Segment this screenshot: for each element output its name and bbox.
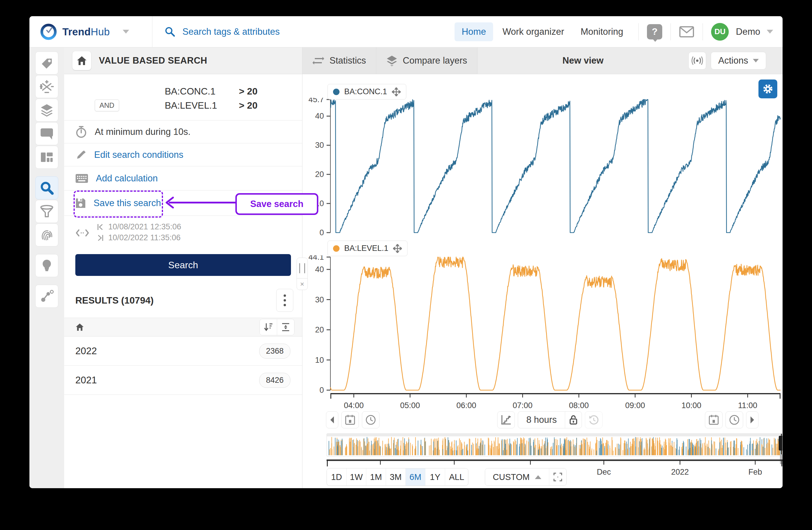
global-search xyxy=(153,16,454,47)
chart-ba-level1[interactable]: 44.1403020100 xyxy=(302,255,782,394)
collapse-rows-button[interactable] xyxy=(277,319,294,335)
move-handle-icon[interactable] xyxy=(393,244,402,253)
period-end: 10/02/2022 11:35:06 xyxy=(108,233,180,242)
tab-compare-layers[interactable]: Compare layers xyxy=(376,47,478,74)
result-label: 2022 xyxy=(75,345,97,357)
logo-section[interactable]: TrendHub xyxy=(29,16,153,47)
svg-text:Dec: Dec xyxy=(597,468,611,476)
sidebar-item-search[interactable] xyxy=(35,176,58,199)
move-handle-icon[interactable] xyxy=(392,87,401,96)
series-color-dot xyxy=(333,89,339,95)
range-1m-button[interactable]: 1M xyxy=(366,469,386,486)
trend-view: Statistics Compare layers New view Actio… xyxy=(302,47,783,488)
panel-resize-handle[interactable] xyxy=(296,257,308,279)
legend-ba-level1[interactable]: BA:LEVEL.1 xyxy=(328,240,407,256)
calendar-icon xyxy=(345,415,355,425)
search-conditions: BA:CONC.1 > 20 AND BA:LEVEL.1 > 20 xyxy=(64,74,302,120)
result-label: 2021 xyxy=(75,375,97,386)
add-calculation-row[interactable]: Add calculation xyxy=(64,166,302,191)
fingerprint-icon xyxy=(40,228,54,242)
sort-descending-button[interactable] xyxy=(260,319,277,335)
panel-collapse-button[interactable]: × xyxy=(296,278,308,290)
search-button[interactable]: Search xyxy=(75,254,291,276)
user-name[interactable]: Demo xyxy=(736,27,760,37)
chart-settings-button[interactable] xyxy=(758,80,777,98)
pan-right-button[interactable] xyxy=(746,412,758,429)
context-overview-strip[interactable] xyxy=(327,433,783,456)
tab-statistics[interactable]: Statistics xyxy=(302,47,376,74)
result-count-badge: 2368 xyxy=(259,344,290,359)
history-back-button[interactable] xyxy=(585,412,603,429)
mail-icon[interactable] xyxy=(679,26,694,38)
swap-arrows-icon xyxy=(313,56,324,66)
panel-home-button[interactable] xyxy=(72,51,91,70)
result-count-badge: 8426 xyxy=(259,373,290,388)
divider xyxy=(638,23,639,40)
range-1w-button[interactable]: 1W xyxy=(347,469,366,486)
nav-home[interactable]: Home xyxy=(454,23,493,41)
step-chart-icon xyxy=(501,415,511,425)
search-input[interactable] xyxy=(182,26,360,38)
help-icon[interactable]: ? xyxy=(647,24,662,40)
time-end-button[interactable] xyxy=(725,412,743,429)
actions-button[interactable]: Actions xyxy=(711,52,766,69)
pan-left-button[interactable] xyxy=(326,412,338,429)
range-all-button[interactable]: ALL xyxy=(445,469,468,486)
sidebar-item-ideas[interactable] xyxy=(35,254,58,277)
trend-scale-button[interactable] xyxy=(497,412,515,429)
nav-monitoring[interactable]: Monitoring xyxy=(574,23,630,41)
nav-work-organizer[interactable]: Work organizer xyxy=(495,23,571,41)
range-1y-button[interactable]: 1Y xyxy=(425,469,445,486)
calendar-icon xyxy=(709,415,719,425)
condition-row[interactable]: BA:CONC.1 > 20 xyxy=(75,84,291,98)
save-this-search-link: Save this search xyxy=(93,198,161,208)
clock-icon xyxy=(729,415,740,425)
condition-join-chip[interactable]: AND xyxy=(95,99,119,111)
range-1d-button[interactable]: 1D xyxy=(327,469,347,486)
chevron-down-icon[interactable] xyxy=(123,30,129,33)
fit-selection-button[interactable] xyxy=(549,469,566,486)
custom-range-button[interactable]: CUSTOM xyxy=(485,469,549,486)
duration-condition-row[interactable]: At minimum during 10s. xyxy=(64,121,302,143)
sidebar-item-dashboards[interactable] xyxy=(35,146,58,169)
range-3m-button[interactable]: 3M xyxy=(386,469,406,486)
range-6m-button[interactable]: 6M xyxy=(406,469,425,486)
condition-row[interactable]: AND BA:LEVEL.1 > 20 xyxy=(75,98,291,112)
search-period[interactable]: 10/08/2021 12:35:06 10/02/2022 11:35:06 xyxy=(64,216,302,245)
chart-canvas: BA:CONC.1 45.7403020100 BA:LEVEL.1 44.14… xyxy=(302,74,783,488)
home-column-icon[interactable] xyxy=(75,323,84,331)
chevron-down-icon xyxy=(753,59,759,62)
tab-label: Statistics xyxy=(330,55,366,66)
sidebar-item-comments[interactable] xyxy=(35,122,58,145)
svg-text:40: 40 xyxy=(315,112,324,121)
chart-ba-conc1[interactable]: 45.7403020100 xyxy=(302,98,782,236)
sidebar-item-context[interactable] xyxy=(35,285,58,308)
lock-span-button[interactable] xyxy=(565,412,582,428)
sidebar-item-fingerprint[interactable] xyxy=(35,223,58,247)
sidebar-item-filter[interactable] xyxy=(35,200,58,223)
live-broadcast-button[interactable] xyxy=(688,52,706,69)
sidebar-item-calculations[interactable] xyxy=(35,75,58,98)
result-row[interactable]: 2021 8426 xyxy=(64,366,302,395)
time-axis: 04:0005:0006:0007:0008:0009:0010:0011:00 xyxy=(302,393,782,410)
calendar-start-button[interactable] xyxy=(341,412,359,429)
avatar[interactable]: DU xyxy=(711,23,729,41)
lightbulb-icon xyxy=(40,259,53,273)
broadcast-icon xyxy=(691,56,703,65)
svg-text:40: 40 xyxy=(315,265,324,274)
collapse-vertical-icon xyxy=(281,323,290,332)
time-span-label[interactable]: 8 hours xyxy=(518,415,565,425)
svg-text:Feb: Feb xyxy=(749,468,762,476)
result-row[interactable]: 2022 2368 xyxy=(64,337,302,366)
panel-header: VALUE BASED SEARCH xyxy=(64,47,302,74)
chevron-down-icon[interactable] xyxy=(767,30,773,33)
time-start-button[interactable] xyxy=(362,412,379,429)
kebab-icon xyxy=(283,294,286,307)
sidebar-item-layers[interactable] xyxy=(35,99,58,122)
results-menu-button[interactable] xyxy=(276,289,293,312)
sidebar-item-tags[interactable] xyxy=(35,52,58,74)
calendar-end-button[interactable] xyxy=(705,412,723,429)
edit-search-conditions-row[interactable]: Edit search conditions xyxy=(64,143,302,166)
legend-ba-conc1[interactable]: BA:CONC.1 xyxy=(328,84,406,99)
comment-icon xyxy=(40,127,54,140)
